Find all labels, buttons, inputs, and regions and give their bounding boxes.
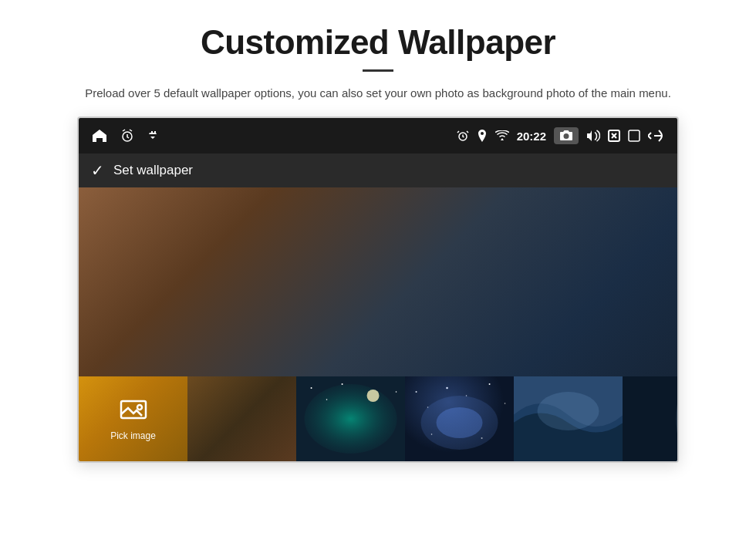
svg-point-8 (367, 390, 380, 402)
status-right-icons: 20:22 (457, 127, 665, 144)
status-bar: 20:22 (79, 118, 677, 153)
svg-point-21 (505, 403, 506, 404)
back-icon[interactable] (648, 130, 665, 142)
svg-point-17 (427, 407, 429, 408)
thumbnail-strip: Pick image (79, 376, 677, 461)
location-icon (477, 129, 488, 143)
window-icon[interactable] (628, 130, 640, 142)
close-icon[interactable] (608, 130, 620, 142)
device-frame: 20:22 (77, 116, 679, 463)
alarm-icon (457, 130, 469, 142)
wifi-icon (495, 130, 509, 141)
svg-point-11 (342, 383, 343, 385)
svg-point-20 (489, 383, 491, 385)
page-wrapper: Customized Wallpaper Preload over 5 defa… (0, 0, 756, 560)
clock-icon (120, 129, 134, 143)
wallpaper-thumb-5[interactable] (623, 376, 677, 461)
svg-rect-26 (623, 376, 677, 461)
svg-point-25 (538, 392, 599, 430)
title-divider (363, 69, 393, 72)
action-bar-title: Set wallpaper (113, 163, 193, 178)
svg-point-7 (305, 384, 397, 454)
svg-point-10 (326, 399, 328, 400)
svg-point-23 (431, 433, 433, 435)
status-time: 20:22 (517, 130, 546, 143)
svg-point-14 (421, 396, 498, 450)
svg-rect-13 (405, 376, 514, 461)
home-icon[interactable] (91, 128, 108, 143)
svg-point-12 (396, 391, 397, 393)
svg-rect-3 (629, 130, 640, 141)
pick-image-icon (120, 397, 147, 426)
wallpaper-thumb-2[interactable] (296, 376, 405, 461)
pick-image-thumb[interactable]: Pick image (79, 376, 187, 461)
svg-point-5 (137, 405, 142, 410)
svg-point-9 (311, 387, 312, 389)
usb-icon (147, 128, 159, 143)
wallpaper-thumb-3[interactable] (405, 376, 514, 461)
status-left-icons (91, 128, 159, 143)
wallpaper-preview (79, 187, 677, 376)
svg-point-16 (416, 391, 417, 393)
volume-icon (586, 130, 600, 142)
svg-point-22 (481, 437, 483, 439)
wallpaper-thumb-1[interactable] (187, 376, 296, 461)
svg-point-19 (466, 395, 467, 396)
wallpaper-thumb-4[interactable] (514, 376, 623, 461)
svg-point-18 (447, 387, 448, 389)
action-bar: ✓ Set wallpaper (79, 153, 677, 187)
page-subtitle: Preload over 5 default wallpaper options… (85, 84, 671, 103)
page-title: Customized Wallpaper (201, 23, 555, 62)
pick-image-label: Pick image (110, 430, 156, 441)
camera-button[interactable] (554, 127, 579, 144)
check-icon[interactable]: ✓ (91, 161, 104, 180)
svg-point-15 (437, 407, 483, 438)
